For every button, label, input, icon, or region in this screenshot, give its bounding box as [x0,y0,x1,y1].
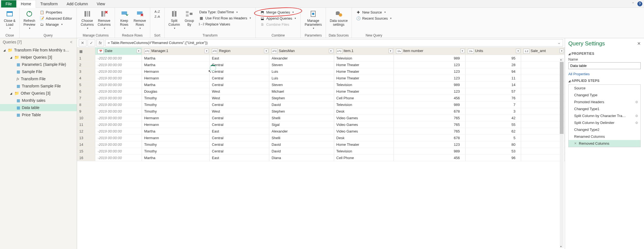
step-gear-icon[interactable]: ⚙ [635,114,638,118]
column-header[interactable]: AᴮCSalesMan▾ [269,48,334,55]
group-by-button[interactable]: Group By [182,9,196,27]
column-filter-icon[interactable]: ▾ [559,49,564,53]
query-item[interactable]: ◢📁Other Queries [3] [0,90,77,97]
column-filter-icon[interactable]: ▾ [460,49,465,53]
folder-icon: 📁 [14,55,19,59]
column-header[interactable]: AᴮCManager.1▾ [142,48,209,55]
query-item[interactable]: ▦Price Table [0,111,77,118]
ribbon-collapse-icon[interactable]: ⌃ [632,2,635,6]
tab-home[interactable]: Home [16,0,36,8]
formula-fx-button[interactable]: fx [96,39,104,46]
tab-file[interactable]: File [1,0,16,7]
formula-expand-icon[interactable]: ⌄ [558,41,561,45]
applied-step[interactable]: Changed Type [569,92,640,98]
refresh-preview-button[interactable]: Refresh Preview [22,9,37,30]
applied-step[interactable]: ✕Removed Columns [569,140,640,147]
first-row-headers-button[interactable]: ▦Use First Row as Headers [198,15,252,21]
query-item[interactable]: ◢📁Helper Queries [3] [0,54,77,61]
column-filter-icon[interactable]: ▾ [204,49,209,53]
all-properties-link[interactable]: All Properties [568,72,590,76]
advanced-editor-button[interactable]: 📝Advanced Editor [39,15,73,21]
applied-step[interactable]: Promoted Headers⚙ [569,98,640,105]
table-row[interactable]: 16-2019 00:00:00MarthaEastDianaCell Phon… [77,155,565,161]
column-header[interactable]: 1²₃Item number▾ [394,48,465,55]
query-item[interactable]: ▦Monthly sales [0,97,77,104]
help-icon[interactable]: ? [637,1,642,6]
choose-columns-button[interactable]: Choose Columns [79,9,95,30]
applied-step[interactable]: Changed Type1 [569,105,640,112]
applied-step[interactable]: Source [569,85,640,92]
recent-sources-button[interactable]: 🕓Recent Sources [355,15,393,21]
query-item[interactable]: ▦Parameter1 (Sample File) [0,61,77,68]
select-all-corner[interactable]: ▦ [77,48,95,55]
svg-rect-8 [122,12,127,13]
query-settings-close-icon[interactable]: ✕ [637,41,641,46]
column-filter-icon[interactable]: ▾ [137,49,141,53]
column-header[interactable]: AᴮCRegion▾ [210,48,269,55]
table-row[interactable]: 9-2019 00:00:00TimothyWestStephenDesk678… [77,108,565,115]
close-load-button[interactable]: Close & Load [2,9,17,30]
manage-button[interactable]: 🗂Manage [39,22,73,27]
query-name-input[interactable] [568,62,641,69]
table-row[interactable]: 5-2019 00:00:00MarthaCentralStevenTelevi… [77,82,565,88]
applied-step[interactable]: Split Column by Delimiter⚙ [569,119,640,126]
table-row[interactable]: 13-2019 00:00:00HermannCentralShelliDesk… [77,135,565,141]
table-row[interactable]: 2-2019 00:00:00MarthaCentralStevenHome T… [77,62,565,68]
query-item[interactable]: ◢📁Transform File from Monthly s… [0,46,77,54]
column-header[interactable]: AᴮCItem.1▾ [334,48,394,55]
sort-asc-button[interactable]: A↓Z [154,9,161,14]
column-header[interactable]: 📅Date▾ [95,48,142,55]
remove-rows-button[interactable]: Remove Rows [132,9,148,30]
merge-queries-button[interactable]: ⬒Merge Queries [259,9,297,15]
query-item[interactable]: ▦Sample File [0,68,77,75]
column-filter-icon[interactable]: ▾ [389,49,393,53]
column-filter-icon[interactable]: ▾ [329,49,333,53]
column-header[interactable]: 1.2Sale_amt▾ [521,48,565,55]
data-source-icon [334,9,343,18]
data-grid[interactable]: ▦📅Date▾AᴮCManager.1▾AᴮCRegion▾AᴮCSalesMa… [77,48,565,249]
table-row[interactable]: 14-2019 00:00:00TimothyCentralDavidHome … [77,141,565,148]
table-row[interactable]: 11-2019 00:00:00HermannCentralSigalVideo… [77,121,565,128]
table-row[interactable]: 7-2019 00:00:00TimothyWestStephenCell Ph… [77,95,565,102]
tab-add-column[interactable]: Add Column [62,0,92,7]
column-filter-icon[interactable]: ▾ [264,49,268,53]
applied-step[interactable]: Renamed Columns [569,133,640,140]
tab-view[interactable]: View [92,0,109,7]
table-row[interactable]: 3-2019 00:00:00HermannCentralLuisHome Th… [77,68,565,75]
table-row[interactable]: 8-2019 00:00:00TimothyCentralDavidTelevi… [77,102,565,108]
data-source-settings-button[interactable]: Data source settings [328,9,349,27]
formula-cancel-button[interactable]: ✕ [79,39,86,46]
applied-step[interactable]: Split Column by Character Tra…⚙ [569,112,640,119]
applied-step[interactable]: Changed Type2 [569,126,640,133]
column-header[interactable]: 1²₃Units▾ [465,48,521,55]
step-delete-icon[interactable]: ✕ [574,142,577,145]
table-row[interactable]: 4-2019 00:00:00HermannCentralLuisHome Th… [77,75,565,82]
table-row[interactable]: 12-2019 00:00:00MarthaEastAlexanderVideo… [77,128,565,135]
queries-collapse-icon[interactable]: < [68,40,74,44]
remove-columns-button[interactable]: Remove Columns [96,9,112,30]
table-row[interactable]: 15-2019 00:00:00TimothyCentralDavidTelev… [77,148,565,155]
query-item[interactable]: ▦Data table [0,104,77,111]
step-gear-icon[interactable]: ⚙ [635,121,638,125]
table-row[interactable]: 10-2019 00:00:00HermannCentralShelliVide… [77,115,565,121]
column-filter-icon[interactable]: ▾ [516,49,520,53]
sort-desc-button[interactable]: Z↓A [154,14,161,19]
step-gear-icon[interactable]: ⚙ [635,100,638,104]
formula-input[interactable]: = Table.RemoveColumns(#"Renamed Columns"… [105,39,563,46]
append-queries-button[interactable]: ⬓Append Queries [259,15,297,21]
split-column-button[interactable]: Split Column [167,9,181,30]
combine-files-button: 🗎Combine Files [259,22,297,27]
properties-button[interactable]: 📋Properties [39,9,73,15]
query-item[interactable]: fxTransform File [0,75,77,82]
data-type-button[interactable]: Data Type: Date/Time [198,9,252,15]
tab-transform[interactable]: Transform [36,0,62,7]
query-item[interactable]: ▦Transform Sample File [0,82,77,90]
replace-values-button[interactable]: 1→2Replace Values [198,21,252,27]
vertical-scrollbar[interactable] [560,58,564,248]
formula-accept-button[interactable]: ✓ [88,39,95,46]
table-row[interactable]: 6-2019 00:00:00DouglasWestMichaelHome Th… [77,88,565,95]
new-source-button[interactable]: ✚New Source [355,9,393,15]
table-row[interactable]: 1-2022 00:00:00MarthaEastAlexanderTelevi… [77,55,565,62]
manage-parameters-button[interactable]: Manage Parameters [303,9,323,30]
keep-rows-button[interactable]: Keep Rows [117,9,131,30]
